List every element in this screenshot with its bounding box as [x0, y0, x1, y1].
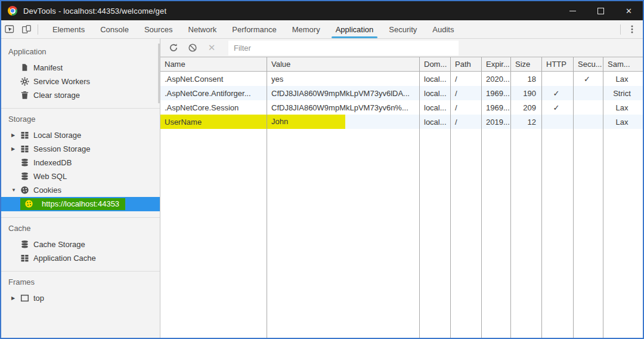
kebab-menu-button[interactable]	[624, 20, 640, 38]
tab-console[interactable]: Console	[92, 20, 137, 38]
cell-dom[interactable]: local...	[420, 115, 451, 129]
tab-elements[interactable]: Elements	[45, 20, 92, 38]
cell-dom[interactable]: local...	[420, 100, 451, 115]
delete-selected-button[interactable]: ✕	[204, 40, 219, 56]
cell-dom[interactable]: local...	[420, 72, 451, 86]
cell-name[interactable]: UserName	[160, 115, 267, 129]
chevron-right-icon[interactable]: ▶	[11, 132, 20, 138]
cell-http[interactable]	[542, 115, 574, 129]
cell-path[interactable]: /	[451, 100, 482, 115]
devtools-tab-bar: ElementsConsoleSourcesNetworkPerformance…	[1, 20, 643, 39]
cookie-table-filler	[160, 129, 643, 338]
cell-path[interactable]: /	[451, 115, 482, 129]
chevron-right-icon[interactable]: ▶	[11, 146, 20, 152]
cell-value[interactable]: CfDJ8JIA860W9mpMkLpVM73yv6n%...	[267, 100, 420, 115]
sidebar-scrollbar[interactable]	[158, 44, 160, 103]
sidebar-item-application-cache[interactable]: Application Cache	[1, 251, 160, 265]
sidebar-item-session-storage[interactable]: ▶Session Storage	[1, 142, 160, 156]
table-icon	[20, 144, 29, 153]
cell-size[interactable]: 12	[511, 115, 542, 129]
chevron-right-icon[interactable]: ▶	[11, 295, 20, 301]
sidebar-item-service-workers[interactable]: Service Workers	[1, 75, 160, 88]
cell-name[interactable]: .AspNetCore.Session	[160, 100, 267, 115]
column-header-expir[interactable]: Expir...	[482, 57, 511, 71]
cell-secu[interactable]: ✓	[574, 72, 603, 86]
trash-icon	[20, 91, 29, 100]
database-icon	[20, 158, 29, 167]
column-header-name[interactable]: Name	[160, 57, 267, 71]
cell-http[interactable]: ✓	[542, 86, 574, 100]
cell-dom[interactable]: local...	[420, 86, 451, 100]
minimize-button[interactable]	[559, 1, 587, 20]
column-header-value[interactable]: Value	[267, 57, 420, 71]
cell-expir[interactable]: 2020...	[482, 72, 511, 86]
column-header-dom[interactable]: Dom...	[420, 57, 451, 71]
table-icon	[20, 254, 29, 263]
maximize-button[interactable]	[587, 1, 615, 20]
filter-input[interactable]	[228, 41, 459, 56]
cell-sam[interactable]: Lax	[603, 72, 643, 86]
table-row[interactable]: .AspNetCore.SessionCfDJ8JIA860W9mpMkLpVM…	[160, 100, 643, 115]
cell-secu[interactable]	[574, 86, 603, 100]
table-icon	[20, 254, 29, 263]
tab-audits[interactable]: Audits	[425, 20, 462, 38]
cell-path[interactable]: /	[451, 86, 482, 100]
refresh-button[interactable]	[166, 40, 181, 56]
tab-performance[interactable]: Performance	[224, 20, 284, 38]
device-toolbar-button[interactable]	[18, 20, 35, 38]
sidebar-item-cookies[interactable]: ▼Cookies	[1, 183, 160, 197]
table-row[interactable]: UserNameJohnlocal.../2019...12Lax	[160, 115, 643, 129]
sidebar-item-manifest[interactable]: Manifest	[1, 61, 160, 75]
sidebar-item-local-storage[interactable]: ▶Local Storage	[1, 128, 160, 142]
cell-size[interactable]: 18	[511, 72, 542, 86]
column-header-size[interactable]: Size	[511, 57, 542, 71]
cell-sam[interactable]: Lax	[603, 100, 643, 115]
sidebar-item-cache-storage[interactable]: Cache Storage	[1, 238, 160, 251]
column-header-secu[interactable]: Secu...	[574, 57, 603, 71]
sidebar-item-label: IndexedDB	[33, 158, 72, 167]
cell-http[interactable]: ✓	[542, 100, 574, 115]
cookie-icon	[20, 186, 29, 195]
tab-memory[interactable]: Memory	[284, 20, 328, 38]
cell-sam[interactable]: Strict	[603, 86, 643, 100]
cell-path[interactable]: /	[451, 72, 482, 86]
sidebar-item-indexeddb[interactable]: IndexedDB	[1, 156, 160, 170]
cell-expir[interactable]: 1969...	[482, 86, 511, 100]
table-row[interactable]: .AspNet.Consentyeslocal.../2020...18✓Lax	[160, 72, 643, 86]
cell-sam[interactable]: Lax	[603, 115, 643, 129]
cell-size[interactable]: 209	[511, 100, 542, 115]
tab-application[interactable]: Application	[328, 20, 382, 38]
column-header-path[interactable]: Path	[451, 57, 482, 71]
cell-value[interactable]: CfDJ8JIA860W9mpMkLpVM73yv6lDA...	[267, 86, 420, 100]
cell-secu[interactable]	[574, 100, 603, 115]
cell-secu[interactable]	[574, 115, 603, 129]
tab-sources[interactable]: Sources	[137, 20, 181, 38]
tab-network[interactable]: Network	[181, 20, 225, 38]
cell-value[interactable]: yes	[267, 72, 420, 86]
sidebar-item-top[interactable]: ▶top	[1, 291, 160, 305]
cell-name[interactable]: .AspNet.Consent	[160, 72, 267, 86]
content-area: ApplicationManifestService WorkersClear …	[1, 39, 643, 338]
sidebar-item-clear-storage[interactable]: Clear storage	[1, 88, 160, 102]
column-header-http[interactable]: HTTP	[542, 57, 574, 71]
cell-size[interactable]: 190	[511, 86, 542, 100]
cell-expir[interactable]: 2019...	[482, 115, 511, 129]
cell-expir[interactable]: 1969...	[482, 100, 511, 115]
cell-http[interactable]	[542, 72, 574, 86]
cell-name[interactable]: .AspNetCore.Antiforger...	[160, 86, 267, 100]
filler-column	[574, 129, 603, 338]
sidebar: ApplicationManifestService WorkersClear …	[1, 39, 160, 338]
inspect-cursor-button[interactable]	[1, 20, 18, 38]
cell-value[interactable]: John	[267, 115, 420, 129]
table-row[interactable]: .AspNetCore.Antiforger...CfDJ8JIA860W9mp…	[160, 86, 643, 100]
inspect-cursor-icon	[5, 25, 14, 34]
tab-security[interactable]: Security	[381, 20, 425, 38]
close-button[interactable]: ✕	[615, 1, 643, 20]
column-header-sam[interactable]: Sam...	[603, 57, 643, 71]
section-header-cache: Cache	[1, 219, 160, 238]
sidebar-item-web-sql[interactable]: Web SQL	[1, 170, 160, 183]
chevron-down-icon[interactable]: ▼	[11, 187, 20, 193]
sidebar-item-https-localhost-44353[interactable]: https://localhost:44353	[1, 197, 160, 211]
sidebar-section-cache: CacheCache StorageApplication Cache	[1, 217, 160, 271]
clear-all-button[interactable]	[185, 40, 200, 56]
